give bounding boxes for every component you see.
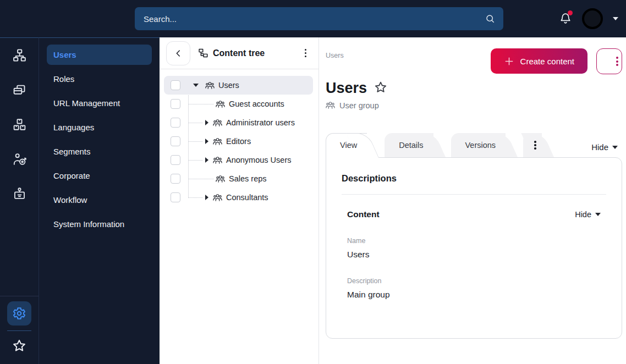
hide-tabs-toggle[interactable]: Hide	[591, 142, 618, 152]
stacked-pages-icon	[12, 82, 27, 97]
content-tree-title-text: Content tree	[213, 48, 265, 58]
rail-bottom	[0, 296, 39, 364]
user-group-icon	[213, 193, 222, 202]
tree-item-label[interactable]: Sales reps	[229, 174, 267, 183]
search-input[interactable]	[144, 14, 485, 24]
field-value: Users	[347, 250, 601, 260]
global-search[interactable]	[135, 7, 503, 30]
sidebar-item-corporate[interactable]: Corporate	[47, 166, 152, 186]
rail-item-content[interactable]	[11, 47, 28, 63]
rail-item-audience[interactable]	[11, 151, 28, 167]
tree-item-administrator-users[interactable]: Administrator users	[164, 113, 313, 132]
plus-icon	[504, 56, 514, 67]
sidebar-item-users[interactable]: Users	[47, 45, 152, 65]
rail-item-products[interactable]	[11, 116, 28, 133]
view-card: Descriptions Content Hide Name Users	[326, 157, 622, 339]
admin-sidebar: Users Roles URL Management Languages Seg…	[39, 37, 160, 364]
expand-caret-icon[interactable]	[205, 120, 208, 125]
expand-caret-icon[interactable]	[205, 139, 208, 144]
tree-checkbox[interactable]	[171, 136, 180, 146]
tree-item-editors[interactable]: Editors	[164, 132, 313, 151]
user-group-icon	[213, 137, 222, 146]
tab-versions[interactable]: Versions	[451, 133, 520, 157]
rail-divider-blue	[7, 330, 31, 331]
top-bar: ibexa	[0, 0, 626, 37]
favorite-button[interactable]	[374, 80, 388, 97]
field-name: Name Users	[342, 237, 606, 260]
search-icon[interactable]	[485, 13, 496, 24]
admin-settings-button[interactable]	[7, 301, 31, 326]
sidebar-item-segments[interactable]: Segments	[47, 141, 152, 162]
section-divider	[342, 194, 606, 195]
expand-caret-icon[interactable]	[205, 157, 208, 163]
user-group-icon	[326, 101, 335, 110]
field-label: Description	[347, 277, 601, 285]
ibexa-logo[interactable]: ibexa	[0, 8, 135, 30]
tree-item-label[interactable]: Consultants	[226, 193, 268, 202]
create-content-label: Create content	[520, 57, 574, 66]
rail-item-profile[interactable]	[11, 185, 28, 202]
create-content-button[interactable]: Create content	[491, 48, 587, 74]
tree-item-anonymous-users[interactable]: Anonymous Users	[164, 151, 313, 169]
tree-item-label[interactable]: Guest accounts	[229, 100, 284, 108]
tree-checkbox[interactable]	[171, 155, 180, 165]
star-icon	[12, 338, 27, 354]
ibexa-logo-image: ibexa	[14, 8, 74, 27]
tree-item-label[interactable]: Administrator users	[226, 118, 295, 127]
tree-checkbox[interactable]	[171, 80, 180, 90]
avatar[interactable]	[582, 8, 603, 29]
sidebar-item-languages[interactable]: Languages	[47, 117, 152, 137]
expand-caret-icon[interactable]	[205, 195, 208, 200]
icon-rail	[0, 37, 39, 364]
user-group-icon	[213, 156, 222, 165]
content-actions-button[interactable]	[596, 48, 622, 74]
user-menu-caret-icon[interactable]	[613, 17, 618, 20]
tree-item-sales-reps[interactable]: Sales reps	[164, 169, 313, 188]
sidebar-item-roles[interactable]: Roles	[47, 69, 152, 89]
hide-group-toggle[interactable]: Hide	[575, 210, 601, 219]
tree-item-users[interactable]: Users	[164, 76, 313, 95]
sidebar-item-url-management[interactable]: URL Management	[47, 93, 152, 113]
tree-checkbox[interactable]	[171, 99, 180, 109]
sidebar-item-workflow[interactable]: Workflow	[47, 190, 152, 210]
content-type: User group	[326, 101, 622, 110]
content-tree-header: Content tree	[160, 37, 319, 69]
hierarchy-icon	[12, 48, 27, 63]
rail-divider	[0, 296, 39, 296]
group-title: Content	[347, 209, 380, 219]
tree-options-button[interactable]	[301, 46, 310, 61]
sidebar-item-system-information[interactable]: System Information	[47, 214, 152, 234]
caret-down-icon	[612, 146, 618, 149]
user-group-icon	[216, 100, 225, 109]
user-group-icon	[213, 118, 222, 128]
content-tree-icon	[198, 48, 208, 58]
tree-item-consultants[interactable]: Consultants	[164, 188, 313, 207]
tree-item-label[interactable]: Users	[218, 81, 239, 90]
notification-dot	[568, 10, 573, 15]
collapse-tree-button[interactable]	[166, 41, 190, 65]
tab-more[interactable]	[523, 133, 556, 157]
tree-checkbox[interactable]	[171, 174, 180, 184]
tab-label: View	[340, 141, 357, 150]
tree-item-label[interactable]: Anonymous Users	[226, 156, 291, 164]
field-value: Main group	[347, 290, 601, 300]
header-actions: Create content	[491, 48, 622, 74]
tree-item-label[interactable]: Editors	[226, 137, 251, 146]
rail-item-pages[interactable]	[11, 81, 28, 98]
kebab-menu-icon	[613, 53, 622, 69]
collapse-caret-icon[interactable]	[193, 84, 199, 87]
tab-details[interactable]: Details	[385, 133, 447, 157]
tab-view[interactable]: View	[326, 133, 381, 157]
tree-checkbox[interactable]	[171, 118, 180, 128]
content-tree: Users Guest accounts Administrator users	[160, 69, 319, 207]
notifications-button[interactable]	[559, 12, 572, 26]
user-group-icon	[216, 174, 225, 184]
tree-checkbox[interactable]	[171, 192, 180, 202]
breadcrumb[interactable]: Users	[326, 52, 344, 59]
tree-item-guest-accounts[interactable]: Guest accounts	[164, 95, 313, 113]
badge-icon	[12, 186, 27, 201]
content-tree-title: Content tree	[198, 48, 265, 58]
user-group-icon	[205, 81, 215, 90]
bookmarks-button[interactable]	[12, 338, 27, 356]
content-tree-panel: Content tree Users Guest accounts	[160, 37, 319, 364]
